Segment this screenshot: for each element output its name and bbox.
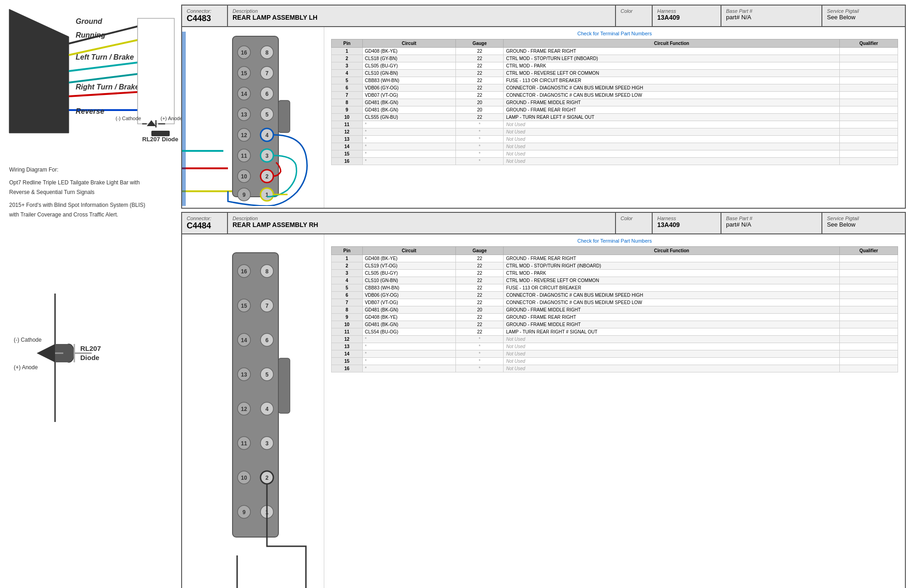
svg-text:7: 7 bbox=[266, 303, 269, 309]
bottom-th-circuit: Circuit bbox=[362, 247, 455, 255]
bottom-connector-section: Connector: C4484 Description REAR LAMP A… bbox=[181, 212, 906, 588]
bottom-connector-body: 16 15 14 13 12 11 10 9 bbox=[182, 234, 905, 588]
top-pin-table-area: Check for Terminal Part Numbers Pin Circ… bbox=[324, 27, 905, 208]
table-row: 7 VDB07 (VT-OG) 22 CONNECTOR - DIAGNOSTI… bbox=[332, 92, 898, 99]
svg-text:16: 16 bbox=[241, 268, 247, 275]
th-pin: Pin bbox=[332, 39, 363, 48]
bottom-connector-diagram: 16 15 14 13 12 11 10 9 bbox=[182, 234, 324, 588]
svg-text:6: 6 bbox=[266, 91, 269, 97]
bottom-th-gauge: Gauge bbox=[456, 247, 504, 255]
svg-text:11: 11 bbox=[241, 153, 247, 159]
table-row: 1 GD408 (BK-YE) 22 GROUND - FRAME REAR R… bbox=[332, 255, 898, 262]
svg-text:Reverse: Reverse bbox=[76, 107, 104, 115]
desc-label: Description bbox=[233, 8, 610, 14]
top-check-link[interactable]: Check for Terminal Part Numbers bbox=[331, 31, 898, 36]
service-pigtail-label: Service Pigtail bbox=[827, 8, 900, 14]
bottom-diode-svg: (-) Cathode (+) Anode RL207 Diode bbox=[0, 284, 181, 440]
bottom-base-part-label: Base Part # bbox=[726, 216, 817, 221]
bottom-connector-header: Connector: C4484 Description REAR LAMP A… bbox=[182, 213, 905, 234]
connector-label: Connector: bbox=[187, 8, 222, 14]
table-row: 4 CLS10 (GN-BN) 22 CTRL MOD - REVERSE LE… bbox=[332, 70, 898, 77]
svg-text:RL207 Diode: RL207 Diode bbox=[142, 136, 178, 143]
table-row: 10 CLS55 (GN-BU) 22 LAMP - TURN REAR LEF… bbox=[332, 114, 898, 121]
top-connector-svg: 16 15 14 13 12 11 bbox=[182, 27, 324, 206]
bottom-service-pigtail-label: Service Pigtail bbox=[827, 216, 900, 221]
svg-text:10: 10 bbox=[241, 173, 247, 180]
table-row: 9 GD481 (BK-GN) 20 GROUND - FRAME REAR R… bbox=[332, 106, 898, 114]
bottom-color-cell: Color bbox=[616, 213, 653, 233]
svg-text:Running: Running bbox=[76, 31, 105, 39]
top-connector-header: Connector: C4483 Description REAR LAMP A… bbox=[182, 6, 905, 27]
table-row: 10 GD481 (BK-GN) 22 GROUND - FRAME MIDDL… bbox=[332, 321, 898, 328]
wiring-line1: Opt7 Redline Triple LED Tailgate Brake L… bbox=[9, 178, 145, 187]
table-row: 2 CLS18 (GY-BN) 22 CTRL MOD - STOP/TURN … bbox=[332, 55, 898, 62]
description-cell: Description REAR LAMP ASSEMBLY LH bbox=[228, 6, 616, 26]
bottom-harness-value: 13A409 bbox=[657, 221, 716, 228]
table-row: 12 * * Not Used bbox=[332, 336, 898, 343]
color-cell: Color bbox=[616, 6, 653, 26]
table-row: 8 GD481 (BK-GN) 20 GROUND - FRAME MIDDLE… bbox=[332, 99, 898, 106]
table-row: 7 VDB07 (VT-OG) 22 CONNECTOR - DIAGNOSTI… bbox=[332, 299, 898, 306]
table-row: 11 CLS54 (BU-OG) 22 LAMP - TURN REAR RIG… bbox=[332, 328, 898, 336]
table-row: 5 CBB83 (WH-BN) 22 FUSE - 113 OR CIRCUIT… bbox=[332, 284, 898, 292]
svg-text:8: 8 bbox=[266, 268, 269, 275]
connector-id-cell: Connector: C4483 bbox=[182, 6, 228, 26]
table-row: 8 GD481 (BK-GN) 20 GROUND - FRAME MIDDLE… bbox=[332, 306, 898, 314]
svg-text:7: 7 bbox=[266, 70, 269, 77]
svg-text:10: 10 bbox=[241, 475, 247, 481]
bottom-service-pigtail-cell: Service Pigtail See Below bbox=[822, 213, 905, 233]
table-row: 2 CLS19 (VT-OG) 22 CTRL MOD - STOP/TURN … bbox=[332, 262, 898, 270]
th-gauge: Gauge bbox=[456, 39, 504, 48]
bottom-th-function: Circuit Function bbox=[504, 247, 840, 255]
top-pin-table: Pin Circuit Gauge Circuit Function Quali… bbox=[331, 39, 898, 165]
svg-text:16: 16 bbox=[241, 50, 247, 56]
wiring-line5: with Trailer Coverage and Cross Traffic … bbox=[9, 210, 145, 219]
table-row: 5 CBB83 (WH-BN) 22 FUSE - 113 OR CIRCUIT… bbox=[332, 77, 898, 84]
svg-text:(+) Anode: (+) Anode bbox=[161, 116, 181, 121]
connector-id-value: C4483 bbox=[187, 14, 222, 23]
svg-text:9: 9 bbox=[243, 192, 246, 198]
svg-text:Left Turn / Brake: Left Turn / Brake bbox=[76, 53, 134, 61]
bottom-description-cell: Description REAR LAMP ASSEMBLY RH bbox=[228, 213, 616, 233]
harness-cell: Harness 13A409 bbox=[653, 6, 721, 26]
svg-line-4 bbox=[69, 73, 142, 83]
svg-text:2: 2 bbox=[266, 173, 269, 180]
bottom-check-link[interactable]: Check for Terminal Part Numbers bbox=[331, 238, 898, 244]
bottom-harness-label: Harness bbox=[657, 216, 716, 221]
table-row: 13 * * Not Used bbox=[332, 343, 898, 350]
table-row: 15 * * Not Used bbox=[332, 150, 898, 158]
svg-rect-72 bbox=[233, 253, 278, 537]
main-container: Ground Running Left Turn / Brake Right T… bbox=[0, 0, 915, 588]
svg-rect-35 bbox=[182, 32, 186, 206]
th-function: Circuit Function bbox=[504, 39, 840, 48]
wiring-title: Wiring Diagram For: bbox=[9, 165, 145, 174]
table-row: 6 VDB06 (GY-OG) 22 CONNECTOR - DIAGNOSTI… bbox=[332, 292, 898, 299]
wiring-description: Wiring Diagram For: Opt7 Redline Triple … bbox=[9, 165, 145, 219]
desc-value: REAR LAMP ASSEMBLY LH bbox=[233, 14, 610, 21]
table-row: 12 * * Not Used bbox=[332, 128, 898, 136]
svg-text:15: 15 bbox=[241, 303, 247, 309]
th-qualifier: Qualifier bbox=[840, 39, 898, 48]
table-row: 4 CLS10 (GN-BN) 22 CTRL MOD - REVERSE LE… bbox=[332, 277, 898, 284]
bottom-th-pin: Pin bbox=[332, 247, 363, 255]
bottom-connector-id-cell: Connector: C4484 bbox=[182, 213, 228, 233]
bottom-desc-value: REAR LAMP ASSEMBLY RH bbox=[233, 221, 610, 228]
svg-text:Right Turn / Brake: Right Turn / Brake bbox=[76, 83, 139, 91]
svg-text:14: 14 bbox=[241, 337, 247, 344]
th-circuit: Circuit bbox=[362, 39, 455, 48]
table-row: 3 CLS05 (BU-GY) 22 CTRL MOD - PARK bbox=[332, 62, 898, 70]
table-row: 16 * * Not Used bbox=[332, 158, 898, 165]
table-row: 14 * * Not Used bbox=[332, 143, 898, 150]
svg-marker-22 bbox=[37, 344, 55, 362]
svg-rect-70 bbox=[278, 100, 290, 133]
color-label: Color bbox=[621, 8, 647, 14]
bottom-connector-label: Connector: bbox=[187, 216, 222, 221]
svg-text:15: 15 bbox=[241, 70, 247, 77]
service-pigtail-value: See Below bbox=[827, 14, 900, 21]
svg-text:4: 4 bbox=[266, 132, 269, 139]
svg-rect-105 bbox=[278, 358, 290, 413]
table-row: 11 * * Not Used bbox=[332, 121, 898, 128]
table-row: 9 GD408 (BK-YE) 22 GROUND - FRAME REAR R… bbox=[332, 314, 898, 321]
bottom-connector-svg: 16 15 14 13 12 11 10 9 bbox=[182, 234, 324, 588]
base-part-value: part# N/A bbox=[726, 14, 817, 21]
